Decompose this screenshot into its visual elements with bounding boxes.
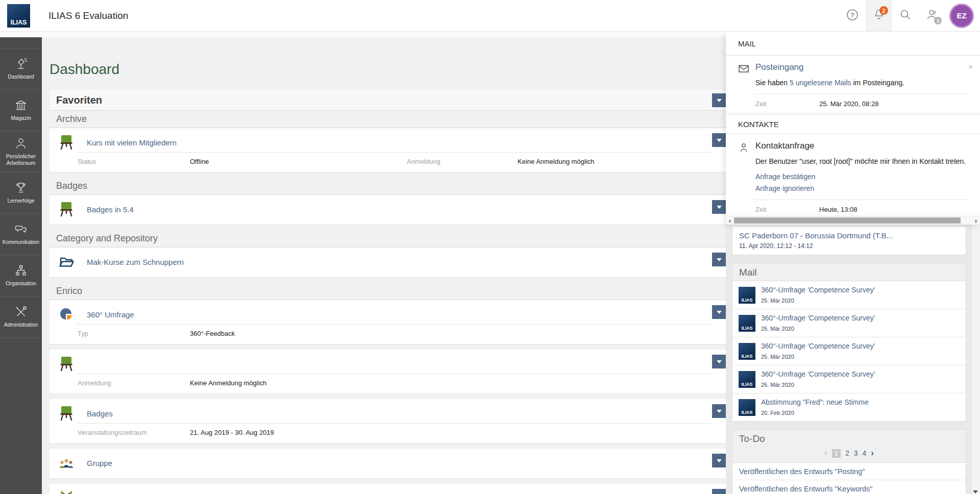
- sidebar-item-kommunikation[interactable]: Kommunikation: [0, 214, 42, 255]
- item-actions-dropdown[interactable]: [712, 305, 726, 319]
- list-item-gruppe: Gruppe: [50, 449, 726, 479]
- sidebar-item-personal-workspace[interactable]: Persönlicher Arbeitsraum: [0, 131, 42, 172]
- item-actions-dropdown[interactable]: [712, 454, 726, 467]
- todo-item-link[interactable]: Veröffentlichen des Entwurfs "Keywords": [739, 485, 873, 493]
- survey-pie-icon: [59, 306, 74, 323]
- calendar-event-link[interactable]: SC Paderborn 07 - Borussia Dortmund (T.B…: [739, 231, 959, 240]
- repository-building-icon: [14, 98, 28, 112]
- user-avatar[interactable]: EZ: [949, 4, 974, 28]
- course-icon: [59, 134, 74, 151]
- mail-panel: Mail ILIAS 360°-Umfrage 'Competence Surv…: [732, 263, 966, 422]
- mail-list-item: ILIAS 360°-Umfrage 'Competence Survey'25…: [732, 281, 966, 309]
- chevron-down-icon: [717, 360, 722, 363]
- favourites-title: Favoriten: [56, 94, 102, 106]
- pagination-prev-icon[interactable]: ‹: [824, 448, 827, 458]
- mail-subject-link[interactable]: 360°-Umfrage 'Competence Survey': [761, 314, 875, 322]
- sidebar-item-organisation[interactable]: Organisation: [0, 255, 42, 297]
- item-actions-dropdown[interactable]: [712, 253, 726, 266]
- mail-panel-title: Mail: [732, 263, 966, 281]
- contact-request-actions: Anfrage bestätigen Anfrage ignorieren: [755, 171, 970, 194]
- group-icon: [59, 455, 74, 471]
- todo-item-link[interactable]: Veröffentlichen des Entwurfs "Posting": [739, 467, 865, 476]
- contact-request-item: Kontaktanfrage Der Benutzer "user, root …: [726, 134, 980, 219]
- mail-subject-link[interactable]: 360°-Umfrage 'Competence Survey': [761, 370, 875, 378]
- sidebar-item-dashboard[interactable]: Dashboard: [0, 48, 42, 90]
- item-properties: Anmeldung Keine Anmeldung möglich: [78, 374, 712, 393]
- ignore-request-link[interactable]: Anfrage ignorieren: [755, 183, 970, 194]
- item-link[interactable]: Mak-Kurse zum Schnuppern: [87, 258, 184, 266]
- mail-subject-link[interactable]: 360°-Umfrage 'Competence Survey': [761, 342, 875, 350]
- chevron-down-icon: [717, 99, 722, 102]
- ilias-logo-thumbnail: ILIAS: [739, 315, 755, 332]
- item-actions-dropdown[interactable]: [712, 355, 726, 368]
- help-button[interactable]: ?: [839, 0, 866, 31]
- favourites-actions-dropdown[interactable]: [712, 93, 726, 107]
- kontaktanfrage-title: Kontaktanfrage: [755, 141, 814, 151]
- sidebar-item-lernerfolge[interactable]: Lernerfolge: [0, 172, 42, 214]
- main-content: Dashboard Favoriten Archive Kurs mit vie…: [42, 37, 726, 494]
- scroll-right-arrow-icon[interactable]: ›: [972, 217, 980, 225]
- mail-subject-link[interactable]: Abstimmung "Fred": neue Stimme: [761, 398, 869, 406]
- pagination-page-link[interactable]: 4: [863, 449, 867, 457]
- item-properties: Typ 360°-Feedback: [78, 324, 712, 344]
- communication-bubbles-icon: [14, 223, 28, 236]
- item-link[interactable]: Gruppe: [87, 459, 112, 467]
- close-icon[interactable]: ×: [968, 62, 973, 71]
- chevron-down-icon: [717, 410, 722, 413]
- posteingang-link[interactable]: Posteingang: [755, 62, 804, 72]
- search-icon: [899, 9, 912, 23]
- search-button[interactable]: [892, 0, 919, 31]
- time-row: Zeit Heute, 13:08: [755, 200, 970, 213]
- ilias-logo-thumbnail: ILIAS: [739, 371, 755, 388]
- item-link[interactable]: Kurs mit vielen Mitgliedern: [87, 138, 177, 147]
- chevron-down-icon: [717, 311, 722, 314]
- ilias-logo-thumbnail: ILIAS: [739, 399, 755, 416]
- item-link[interactable]: 360° Umfrage: [87, 310, 134, 319]
- confirm-request-link[interactable]: Anfrage bestätigen: [755, 171, 970, 182]
- todo-panel-title: To-Do: [739, 433, 959, 444]
- item-actions-dropdown[interactable]: [712, 489, 726, 494]
- contacts-button[interactable]: 3: [919, 0, 945, 31]
- item-actions-dropdown[interactable]: [712, 200, 726, 214]
- list-item-kurs-mit-vielen-mitgliedern: Kurs mit vielen Mitgliedern Status Offli…: [50, 128, 726, 172]
- ilias-logo[interactable]: ILIAS: [7, 4, 30, 28]
- achievements-trophy-icon: [14, 181, 28, 194]
- unread-mails-link[interactable]: 5 ungelesene Mails: [790, 79, 851, 87]
- horizontal-scrollbar[interactable]: ‹ ›: [726, 216, 980, 225]
- horizontal-scrollbar-thumb[interactable]: [734, 217, 961, 224]
- main-menu-sidebar: Dashboard Magazin Persönlicher Arbeitsra…: [0, 37, 42, 494]
- sidebar-item-administration[interactable]: Administration: [0, 297, 42, 338]
- notifications-button[interactable]: 2: [866, 0, 892, 31]
- mail-notification-item: Posteingang × Sie haben 5 ungelesene Mai…: [726, 56, 980, 114]
- sidebar-item-magazin[interactable]: Magazin: [0, 90, 42, 131]
- section-header-enrico: Enrico: [50, 283, 726, 300]
- contacts-group-header: KONTAKTE: [726, 114, 980, 134]
- section-header-archive: Archive: [50, 111, 726, 128]
- calendar-event-time: 11. Apr 2020, 12:12 - 14:12: [739, 242, 959, 250]
- page-title: Dashboard: [50, 61, 726, 78]
- item-link[interactable]: Badges in 5.4: [87, 205, 134, 214]
- mail-date: 25. Mär 2020: [761, 354, 794, 360]
- list-item-360-umfrage: 360° Umfrage Typ 360°-Feedback: [50, 300, 726, 344]
- pagination-page-link[interactable]: 2: [845, 449, 849, 457]
- scroll-left-arrow-icon[interactable]: ‹: [726, 217, 734, 225]
- time-row: Zeit 25. Mär 2020, 08:28: [755, 94, 970, 108]
- item-link[interactable]: Badges: [87, 409, 113, 418]
- list-item-untitled-course: Anmeldung Keine Anmeldung möglich: [50, 350, 726, 394]
- item-properties: Veranstaltungszeitraum 21. Aug 2019 - 30…: [78, 423, 712, 443]
- pagination-next-icon[interactable]: ›: [871, 448, 874, 458]
- item-properties: Status Offline Anmeldung Keine Anmeldung…: [78, 152, 712, 172]
- item-actions-dropdown[interactable]: [712, 133, 726, 147]
- scroll-down-arrow-icon[interactable]: [973, 490, 978, 493]
- item-actions-dropdown[interactable]: [712, 404, 726, 418]
- app-title: ILIAS 6 Evaluation: [48, 10, 128, 21]
- mail-date: 20. Feb 2020: [761, 410, 794, 416]
- todo-list-item: Veröffentlichen des Entwurfs "Posting": [732, 463, 966, 480]
- mail-subject-link[interactable]: 360°-Umfrage 'Competence Survey': [761, 286, 875, 294]
- vertical-scrollbar[interactable]: [971, 225, 980, 494]
- list-item-learning-sequence: Learning Sequence: [50, 484, 726, 494]
- pagination-page-link[interactable]: 3: [854, 449, 858, 457]
- chevron-down-icon: [717, 258, 722, 261]
- pagination-page-current[interactable]: 1: [832, 449, 841, 458]
- person-icon: [738, 142, 749, 153]
